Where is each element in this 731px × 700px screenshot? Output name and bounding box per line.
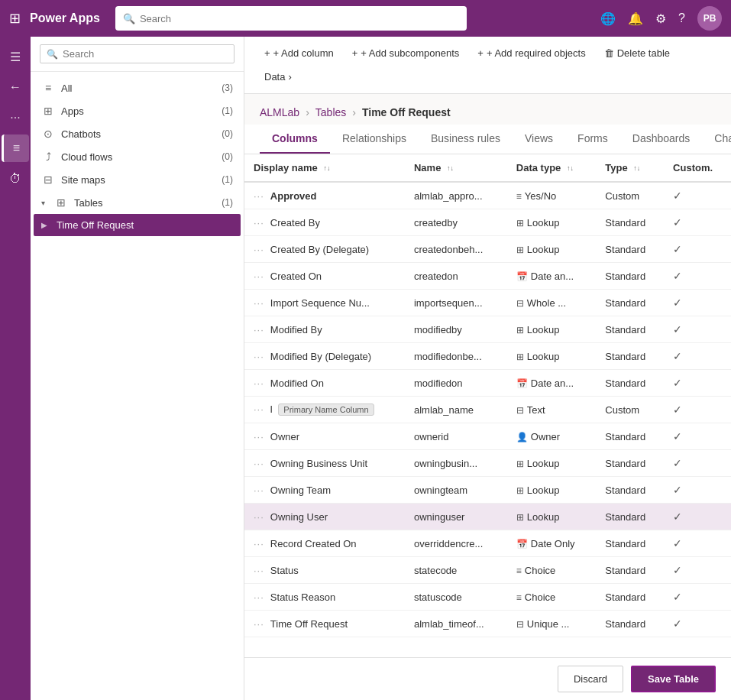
sidebar-search-icon: 🔍	[47, 49, 58, 60]
cell-data-type: ⊞Lookup	[507, 477, 597, 504]
table-row[interactable]: ···Ownerownerid👤OwnerStandard✓	[244, 423, 731, 450]
sidebar-item-tables[interactable]: ▾ ⊞ Tables (1)	[31, 191, 244, 214]
col-header-name[interactable]: Name ↑↓	[405, 154, 507, 182]
help-icon[interactable]: ?	[678, 11, 685, 25]
data-type-sort[interactable]: ↑↓	[567, 165, 574, 172]
globe-icon[interactable]: 🌐	[600, 11, 616, 26]
table-row[interactable]: ···Record Created Onoverriddencre...📅Dat…	[244, 530, 731, 557]
checkmark-icon: ✓	[673, 510, 682, 523]
tables-expand-icon[interactable]: ▾	[41, 199, 45, 207]
table-row[interactable]: ···Time Off Requestalmlab_timeof...⊟Uniq…	[244, 611, 731, 637]
waffle-icon[interactable]: ⊞	[9, 10, 21, 27]
table-row[interactable]: ···Created By (Delegate)createdonbeh...⊞…	[244, 236, 731, 263]
timeoffrequest-expand-icon[interactable]: ▶	[41, 221, 47, 229]
table-row[interactable]: ···Created Oncreatedon📅Date an...Standar…	[244, 263, 731, 290]
row-options-icon[interactable]: ···	[254, 324, 264, 335]
gear-icon[interactable]: ⚙	[655, 11, 666, 26]
name-sort[interactable]: ↑↓	[447, 165, 454, 172]
cell-data-type: 📅Date Only	[507, 530, 597, 557]
tab-views[interactable]: Views	[513, 125, 565, 154]
cell-column-name: almlab_timeof...	[405, 611, 507, 637]
sidebar-search-box: 🔍	[40, 44, 235, 63]
rail-history-icon[interactable]: ⏱	[2, 165, 29, 193]
row-options-icon[interactable]: ···	[254, 565, 264, 576]
delete-table-button[interactable]: 🗑 Delete table	[597, 43, 678, 63]
add-subcomponents-button[interactable]: + + Add subcomponents	[344, 43, 467, 63]
row-options-icon[interactable]: ···	[254, 271, 264, 282]
col-header-type[interactable]: Type ↑↓	[596, 154, 664, 182]
col-header-data-type[interactable]: Data type ↑↓	[507, 154, 597, 182]
data-type-icon: ⊞	[516, 459, 524, 469]
sitemaps-icon: ⊟	[41, 173, 55, 186]
breadcrumb-tables[interactable]: Tables	[315, 106, 346, 118]
row-options-icon[interactable]: ···	[254, 538, 264, 549]
sidebar-item-sitemaps[interactable]: ⊟ Site maps (1)	[31, 168, 244, 191]
row-options-icon[interactable]: ···	[254, 511, 264, 523]
cell-column-name: modifiedon	[405, 370, 507, 397]
tab-relationships[interactable]: Relationships	[330, 125, 419, 154]
table-row[interactable]: ···Modified Onmodifiedon📅Date an...Stand…	[244, 370, 731, 397]
sidebar-search-input[interactable]	[63, 48, 228, 60]
table-row[interactable]: ···Modified By (Delegate)modifiedonbe...…	[244, 343, 731, 370]
row-options-icon[interactable]: ···	[254, 378, 264, 389]
row-options-icon[interactable]: ···	[254, 591, 264, 603]
table-row[interactable]: ···Statusstatecode≡ChoiceStandard✓	[244, 557, 731, 584]
breadcrumb: ALMLab › Tables › Time Off Request	[244, 94, 731, 125]
table-row[interactable]: ···Status Reasonstatuscode≡ChoiceStandar…	[244, 584, 731, 611]
checkmark-icon: ✓	[673, 377, 682, 389]
sidebar-item-cloudflows[interactable]: ⤴ Cloud flows (0)	[31, 145, 244, 168]
avatar[interactable]: PB	[697, 6, 722, 31]
cell-customizable: ✓	[664, 557, 731, 584]
data-button[interactable]: Data ›	[257, 66, 299, 87]
breadcrumb-almlab[interactable]: ALMLab	[260, 106, 299, 118]
sidebar-item-all[interactable]: ≡ All (3)	[31, 76, 244, 99]
row-options-icon[interactable]: ···	[254, 618, 264, 630]
row-options-icon[interactable]: ···	[254, 190, 264, 202]
row-options-icon[interactable]: ···	[254, 217, 264, 228]
row-options-icon[interactable]: ···	[254, 431, 264, 442]
cell-type: Standard	[596, 370, 664, 397]
apps-icon: ⊞	[41, 105, 55, 117]
add-column-button[interactable]: + + Add column	[257, 43, 341, 63]
rail-list-icon[interactable]: ≡	[2, 134, 29, 162]
row-options-icon[interactable]: ···	[254, 458, 264, 469]
table-row[interactable]: ···Created Bycreatedby⊞LookupStandard✓	[244, 209, 731, 236]
tab-charts[interactable]: Charts	[702, 125, 731, 154]
sidebar-item-chatbots-label: Chatbots	[61, 128, 215, 140]
sidebar-item-apps[interactable]: ⊞ Apps (1)	[31, 99, 244, 122]
sidebar-item-apps-count: (1)	[222, 105, 233, 116]
cell-type: Custom	[596, 182, 664, 209]
row-options-icon[interactable]: ···	[254, 297, 264, 309]
topbar-search-input[interactable]	[140, 13, 459, 24]
app-title: Power Apps	[30, 11, 100, 25]
rail-dots-icon[interactable]: ···	[2, 104, 29, 131]
table-row[interactable]: ···Owning Userowninguser⊞LookupStandard✓	[244, 504, 731, 530]
type-sort[interactable]: ↑↓	[633, 165, 640, 172]
sidebar-item-chatbots[interactable]: ⊙ Chatbots (0)	[31, 122, 244, 145]
table-row[interactable]: ···Import Sequence Nu...importsequen...⊟…	[244, 290, 731, 316]
save-table-button[interactable]: Save Table	[631, 666, 716, 692]
sidebar-item-timeoffrequest[interactable]: ▶ Time Off Request	[34, 214, 241, 236]
row-options-icon[interactable]: ···	[254, 244, 264, 255]
col-header-display-name[interactable]: Display name ↑↓	[244, 154, 405, 182]
tab-business-rules[interactable]: Business rules	[419, 125, 513, 154]
table-row[interactable]: ···l Primary Name Columnalmlab_name⊟Text…	[244, 397, 731, 423]
tab-dashboards[interactable]: Dashboards	[620, 125, 703, 154]
table-row[interactable]: ···Owning Business Unitowningbusin...⊞Lo…	[244, 450, 731, 477]
icon-rail: ☰ ← ··· ≡ ⏱	[0, 37, 31, 700]
bell-icon[interactable]: 🔔	[628, 11, 643, 26]
row-options-icon[interactable]: ···	[254, 403, 264, 415]
rail-back-icon[interactable]: ←	[2, 73, 29, 101]
row-options-icon[interactable]: ···	[254, 351, 264, 362]
rail-menu-icon[interactable]: ☰	[2, 43, 29, 70]
tab-columns[interactable]: Columns	[260, 125, 330, 154]
table-row[interactable]: ···Owning Teamowningteam⊞LookupStandard✓	[244, 477, 731, 504]
tab-forms[interactable]: Forms	[565, 125, 620, 154]
add-required-objects-button[interactable]: + + Add required objects	[470, 43, 593, 63]
row-options-icon[interactable]: ···	[254, 484, 264, 496]
table-row[interactable]: ···Approvedalmlab_appro...≡Yes/NoCustom✓	[244, 182, 731, 209]
display-name-sort[interactable]: ↑↓	[323, 165, 330, 172]
table-row[interactable]: ···Modified Bymodifiedby⊞LookupStandard✓	[244, 316, 731, 343]
cell-customizable: ✓	[664, 397, 731, 423]
discard-button[interactable]: Discard	[558, 666, 623, 692]
